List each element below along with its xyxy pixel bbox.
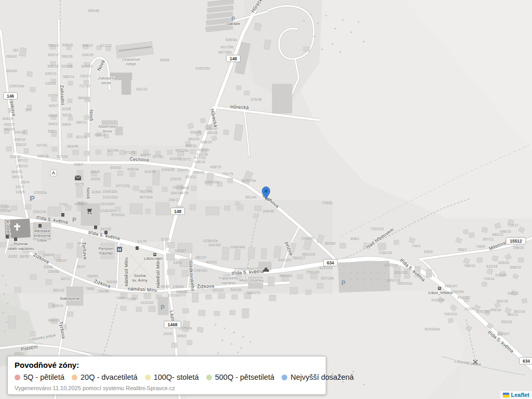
parcel-label: 1006/35c [195, 66, 210, 70]
parcel-label: 855/3 [177, 334, 187, 338]
parcel-label: 743/14 [483, 277, 495, 281]
place-label: Socha [134, 273, 146, 278]
map-attribution: Leaflet [500, 391, 532, 399]
parcel-label: 962/34a [139, 190, 152, 193]
parcel-label: 591/16 [497, 299, 508, 303]
parcel-label: 427/61 [152, 155, 164, 158]
place-label: Lišov_hřbitov [428, 290, 453, 295]
legend-item-label: 500Q - pětsetiletá [215, 373, 274, 381]
parcel-label: 648/27 [82, 44, 94, 47]
route-shield: 148 [171, 208, 185, 215]
parcel-label: 712/17 [507, 223, 518, 227]
place-label: Městská [34, 229, 50, 233]
parcel-label: 586/14 [63, 75, 74, 78]
parcel-label: 608/34 [127, 167, 139, 171]
parcel-label: 524/23 [81, 64, 92, 68]
parcel-label: 88/56 [20, 255, 29, 258]
map-canvas[interactable]: 950/48182266/42359/401050/34a393404/2946… [0, 0, 532, 399]
parcel-label: 398/26 [513, 246, 524, 249]
parcel-label: 422/200 [384, 263, 397, 267]
parcel-label: 792/233 [370, 227, 383, 231]
parcel-label: 1038/42e [203, 239, 218, 243]
parcel-label: 393 [25, 108, 31, 112]
parcel-label: 182 [12, 48, 19, 52]
parcel-label: 634/25 [82, 53, 94, 57]
parcel-label: 471/55 [124, 151, 136, 154]
parcel-label: 44/187 [175, 249, 186, 252]
parcel-label: 630/11 [46, 82, 57, 85]
parcel-label: 612/16 [100, 44, 112, 47]
parcel-label: 1012/32d [102, 195, 117, 199]
parcel-label: 318/22 [9, 155, 21, 158]
parcel-label: 699/8 [160, 58, 169, 62]
place-label: sv. Anny [132, 278, 148, 283]
place-label: Palackého [219, 276, 238, 281]
parcel-label: 350/13 [11, 175, 23, 179]
parcel-label: 845/46 [263, 209, 274, 213]
map-tiles: 950/48182266/42359/401050/34a393404/2946… [0, 0, 532, 399]
parcel-label: 1046/44b [230, 245, 245, 249]
parcel-label: 160/53 [87, 274, 98, 278]
street-label: Hůrecká [230, 104, 249, 110]
parcel-label: 959/202a [397, 282, 412, 285]
parcel-label: 74/94 [116, 296, 125, 300]
parcel-label: 48/197 [195, 256, 207, 259]
route-shield: 1468 [164, 321, 181, 328]
parcel-label: 234/149 [33, 210, 46, 214]
parcel-label: 780/227 [292, 256, 305, 260]
library-icon [38, 224, 42, 228]
parcel-label: 238/239 [379, 251, 392, 255]
parcel-label: 418/14 [194, 160, 205, 164]
parcel-label: 1014/32f [100, 202, 114, 206]
street-label: Nová [88, 109, 94, 121]
place-label: obětí nacismu [8, 246, 34, 251]
place-label: Základní [98, 76, 114, 81]
parcel-label: 639/20 [495, 273, 507, 277]
parcel-label: 462/25 [4, 127, 15, 131]
parcel-label: 661/35 [190, 130, 202, 134]
parcel-label: 333/12 [185, 175, 196, 179]
parcel-label: 683/13 [492, 233, 503, 236]
svg-text:15512: 15512 [510, 238, 522, 244]
parcel-label: 908/1 [350, 237, 360, 241]
place-label: Mateřská [99, 124, 116, 129]
parcel-label: 616/4 [91, 190, 101, 194]
monument-icon [6, 235, 9, 238]
parcel-label: 851/44 [245, 195, 257, 199]
parcel-label: 83/66 [44, 265, 53, 269]
parcel-label: 599/5 [48, 114, 58, 117]
leaflet-link[interactable]: Leaflet [511, 392, 529, 398]
parcel-label: 165/47 [56, 259, 67, 262]
parcel-label: 665/26 [37, 154, 49, 158]
parcel-label: 623/8 [62, 107, 71, 111]
parcel-label: 264/19 [170, 191, 182, 195]
parcel-label: 250/37 [16, 143, 27, 147]
parcel-label: 408/20 [198, 148, 209, 152]
parcel-label: 597/5 [75, 182, 84, 186]
parcel-label: 245/16 [14, 138, 25, 141]
parcel-label: 592/17 [48, 53, 59, 57]
parcel-label: 292/6 [163, 332, 172, 336]
parcel-label: 950/48 [88, 9, 99, 12]
svg-text:634: 634 [523, 358, 530, 364]
place-label: škola [101, 81, 111, 85]
parcel-label: 577/30 [57, 155, 68, 158]
parcel-label: 290/86 [98, 289, 109, 293]
parking-icon: P [72, 217, 76, 223]
ukraine-flag-icon [503, 393, 509, 397]
place-label: Penzion [99, 246, 114, 251]
parcel-label: 404/29 [2, 117, 14, 121]
legend-item: 5Q - pětiletá [15, 373, 64, 381]
parcel-label: 765/210 [444, 312, 457, 316]
legend-item-label: 5Q - pětiletá [23, 373, 64, 381]
street-label: náměstí Míru [124, 257, 129, 286]
parcel-label: 887/35a [218, 50, 231, 54]
parcel-label: 685/247 [444, 284, 457, 288]
parcel-label: 858/24 [510, 265, 521, 269]
parcel-label: 537/41 [36, 143, 48, 147]
parking-icon: P [341, 280, 345, 287]
parcel-label: 1009/32b [102, 190, 117, 193]
parcel-label: 901/35b [220, 45, 233, 49]
parcel-label: 624/36 [144, 170, 156, 174]
place-label: Moto doplňky [239, 278, 264, 283]
